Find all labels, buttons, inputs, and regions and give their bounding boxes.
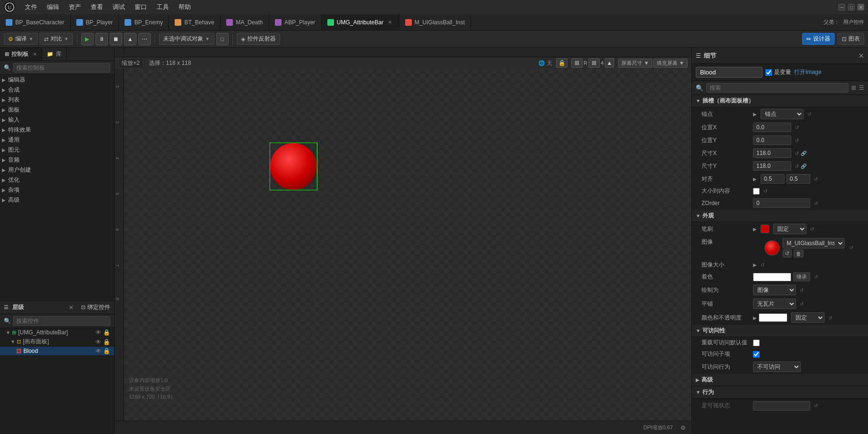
layer-row-canvas[interactable]: ▼ ⊡ [画布面板] 👁 🔒 [0, 337, 114, 347]
canvas-selected-element[interactable] [270, 143, 317, 190]
prop-draw-as-reset[interactable]: ↺ [800, 288, 804, 293]
compare-button[interactable]: ⇄ 对比 ▼ [40, 33, 73, 45]
section-appearance[interactable]: ▼ 外观 [692, 210, 868, 222]
prop-image-size-reset[interactable]: ↺ [761, 262, 764, 268]
palette-tab-library[interactable]: 📁 库 [42, 48, 67, 61]
prop-anchor-reset[interactable]: ↺ [807, 112, 811, 117]
snap-extra-button[interactable]: ▲ [605, 58, 614, 68]
is-variable-check[interactable] [765, 69, 772, 76]
prop-pos-x-input[interactable] [753, 123, 791, 132]
prop-brush-reset[interactable]: ↺ [810, 227, 814, 232]
category-common[interactable]: ▶ 通用 [0, 135, 114, 145]
color-opacity-swatch[interactable] [759, 313, 787, 322]
debug-target-button[interactable]: 未选中调试对象 ▼ [159, 33, 214, 45]
minimize-button[interactable]: ─ [838, 4, 845, 10]
tab-m-uiglass[interactable]: M_UIGlassBall_Inst [399, 14, 471, 30]
menu-help[interactable]: 帮助 [175, 2, 195, 12]
prop-size-to-content-reset[interactable]: ↺ [763, 188, 767, 194]
category-misc[interactable]: ▶ 杂项 [0, 185, 114, 195]
menu-view[interactable]: 查看 [87, 2, 107, 12]
stop-button[interactable]: ⏸ [95, 33, 108, 45]
layer-eye-blood[interactable]: 👁 [95, 348, 101, 354]
close-button[interactable]: ✕ [858, 4, 864, 10]
menu-debug[interactable]: 调试 [109, 2, 129, 12]
prop-zorder-reset[interactable]: ↺ [814, 201, 818, 206]
tab-bp-player[interactable]: BP_Player [71, 14, 119, 30]
detail-grid-icon[interactable]: ⊞ [851, 84, 856, 91]
menu-tools[interactable]: 工具 [153, 2, 173, 12]
category-panel[interactable]: ▶ 面板 [0, 105, 114, 115]
layer-lock-blood[interactable]: 🔒 [103, 348, 110, 354]
debug-extra-button[interactable]: □ [216, 33, 229, 45]
category-editor[interactable]: ▶ 编辑器 [0, 75, 114, 85]
tint-inherit-button[interactable]: 继承 [793, 272, 810, 281]
prop-align-y-input[interactable] [786, 174, 810, 184]
prop-color-reset[interactable]: ↺ [828, 315, 832, 320]
image-clear-button[interactable]: 🗑 [794, 249, 804, 258]
menu-window[interactable]: 窗口 [131, 2, 151, 12]
prop-behavior-extra-reset[interactable]: ↺ [814, 403, 818, 408]
prop-size-y-reset[interactable]: ↺ [795, 164, 799, 169]
category-input[interactable]: ▶ 输入 [0, 115, 114, 125]
compile-button[interactable]: ⚙ 编译 ▼ [4, 33, 38, 45]
canvas-lock-button[interactable]: 🔒 [556, 58, 567, 68]
prop-size-x-reset[interactable]: ↺ [795, 151, 799, 156]
image-preview-thumb[interactable] [764, 240, 780, 256]
prop-child-accessible-check[interactable] [753, 351, 760, 358]
snap-grid-button[interactable]: ⊞ [571, 58, 583, 68]
section-behavior[interactable]: ▼ 行为 [692, 386, 868, 399]
snap-pixel-button[interactable]: ⊞ [588, 58, 600, 68]
prop-color-fixed-select[interactable]: 固定 [791, 312, 825, 323]
tab-umg-attr[interactable]: UMG_AttributeBar ✕ [322, 14, 399, 30]
reflect-button[interactable]: ◈ 控件反射器 [237, 33, 280, 45]
ue-logo[interactable]: U [4, 1, 15, 13]
category-list[interactable]: ▶ 列表 [0, 95, 114, 105]
is-variable-checkbox[interactable]: 是变量 [765, 68, 791, 76]
detail-panel-close[interactable]: ✕ [858, 52, 864, 60]
bind-controls-button[interactable]: ⊡ 绑定控件 [81, 303, 110, 311]
prop-image-select[interactable]: M_UIGlassBall_Inst [783, 238, 845, 248]
tab-bp-enemy[interactable]: BP_Enemy [119, 14, 169, 30]
prop-align-reset[interactable]: ↺ [814, 176, 818, 182]
prop-align-x-input[interactable] [761, 174, 784, 184]
open-image-link[interactable]: 打开Image [794, 68, 821, 76]
image-browse-button[interactable]: ↺ [783, 249, 792, 258]
menu-file[interactable]: 文件 [21, 2, 41, 12]
tint-color-swatch[interactable] [753, 273, 791, 281]
graph-button[interactable]: ⊡ 图表 [837, 33, 864, 45]
category-composite[interactable]: ▶ 合成 [0, 85, 114, 95]
designer-button[interactable]: ✏ 设计器 [802, 33, 835, 45]
tab-bp-base[interactable]: BP_BaseCharacter [0, 14, 71, 30]
layer-row-blood[interactable]: 🖼 Blood 👁 🔒 [0, 347, 114, 355]
section-advanced[interactable]: ▶ 高级 [692, 374, 868, 386]
prop-draw-as-select[interactable]: 图像 [753, 285, 796, 295]
canvas-viewport[interactable]: 设备内容缩放1.0 未设置设备安全区 1280 x 720（16:9） [124, 69, 691, 421]
prop-tiling-reset[interactable]: ↺ [800, 301, 804, 307]
step-button[interactable]: ▲ [124, 33, 136, 45]
prop-align-expand[interactable]: ▶ [753, 176, 757, 182]
prop-image-reset[interactable]: ↺ [849, 245, 853, 250]
prop-anchor-select[interactable]: 锚点 [761, 109, 804, 119]
section-accessibility[interactable]: ▼ 可访问性 [692, 325, 868, 337]
prop-pos-y-reset[interactable]: ↺ [795, 138, 799, 143]
section-slots[interactable]: ▼ 插槽（画布面板槽） [692, 95, 868, 107]
layer-eye-root[interactable]: 👁 [95, 329, 101, 336]
prop-size-y-input[interactable] [753, 161, 791, 171]
menu-edit[interactable]: 编辑 [43, 2, 63, 12]
prop-accessible-behavior-select[interactable]: 不可访问 [753, 362, 801, 372]
prop-color-expand[interactable]: ▶ [753, 315, 757, 320]
more-button[interactable]: ⋯ [138, 33, 151, 45]
prop-image-size-expand[interactable]: ▶ [753, 262, 757, 268]
detail-name-input[interactable] [696, 67, 763, 78]
prop-size-x-input[interactable] [753, 148, 791, 158]
canvas-area[interactable]: 300 400 500 600 700 800 900 1000 1100 12… [115, 48, 691, 434]
layer-lock-root[interactable]: 🔒 [103, 329, 110, 336]
dpi-settings-icon[interactable]: ⚙ [680, 424, 686, 431]
menu-asset[interactable]: 资产 [65, 2, 85, 12]
prop-pos-x-reset[interactable]: ↺ [795, 125, 799, 130]
fill-screen-button[interactable]: 填充屏幕 ▼ [653, 59, 688, 68]
palette-tab-controls[interactable]: ⊞ 控制板 ✕ [0, 48, 42, 61]
detail-list-icon[interactable]: ☰ [859, 84, 864, 91]
layer-eye-canvas[interactable]: 👁 [95, 339, 101, 345]
layers-close[interactable]: ✕ [69, 304, 73, 311]
